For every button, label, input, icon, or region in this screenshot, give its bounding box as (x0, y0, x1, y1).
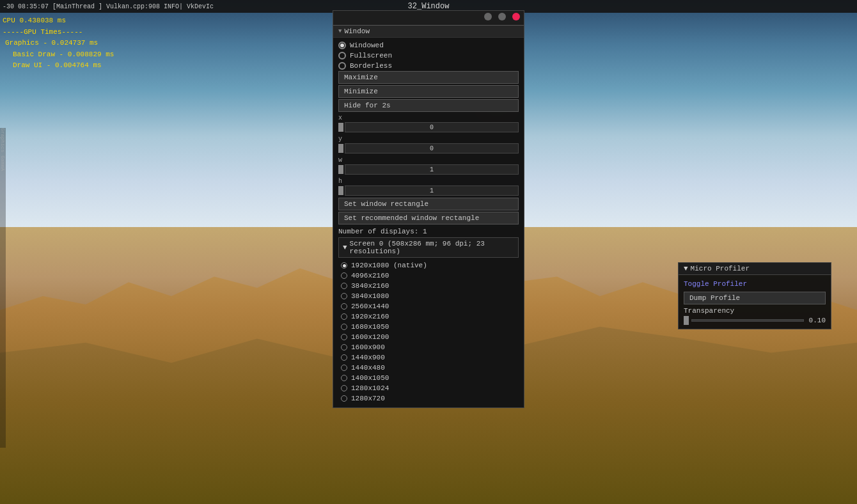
maximize-btn[interactable] (498, 13, 506, 20)
w-control: 1 (338, 164, 519, 175)
res-item-3[interactable]: 3840x1080 (338, 291, 519, 301)
minimize-button[interactable]: Minimize (338, 85, 519, 98)
res-radio-10[interactable] (341, 365, 347, 371)
res-label-12: 1280x1024 (351, 384, 389, 392)
profiler-body: Toggle Profiler Dump Profile Transparenc… (679, 275, 831, 329)
micro-profiler-panel: ▼ Micro Profiler Toggle Profiler Dump Pr… (678, 262, 831, 329)
w-value[interactable]: 1 (345, 164, 519, 175)
res-radio-0[interactable] (341, 262, 347, 269)
borderless-radio[interactable] (338, 62, 346, 70)
sidebar-text: Graphics GammA (0, 128, 6, 448)
res-item-10[interactable]: 1440x480 (338, 363, 519, 373)
w-slider-handle[interactable] (338, 165, 343, 174)
draw-ui-time: Draw UI - 0.004764 ms (3, 60, 138, 72)
res-radio-11[interactable] (341, 375, 347, 381)
screen-dropdown-arrow: ▼ (343, 244, 347, 251)
fullscreen-radio-row[interactable]: Fullscreen (338, 51, 519, 61)
res-label-13: 1280x720 (351, 395, 385, 402)
borderless-label: Borderless (350, 62, 392, 70)
res-radio-9[interactable] (341, 354, 347, 361)
res-radio-6[interactable] (341, 324, 347, 330)
res-radio-4[interactable] (341, 303, 347, 310)
x-value[interactable]: 0 (345, 122, 519, 132)
res-radio-5[interactable] (341, 313, 347, 320)
x-label: x (338, 113, 519, 122)
h-slider-handle[interactable] (338, 186, 343, 195)
h-value[interactable]: 1 (345, 185, 519, 196)
res-label-11: 1400x1050 (351, 374, 389, 382)
y-label: y (338, 134, 519, 143)
hide-button[interactable]: Hide for 2s (338, 99, 519, 112)
res-item-1[interactable]: 4096x2160 (338, 271, 519, 281)
resolution-list: 1920x1080 (native) 4096x2160 3840x2160 3… (338, 259, 519, 405)
resolution-scroll-area[interactable]: 1920x1080 (native) 4096x2160 3840x2160 3… (338, 259, 519, 405)
res-item-4[interactable]: 2560x1440 (338, 301, 519, 311)
close-btn[interactable] (512, 13, 520, 20)
gpu-header: -----GPU Times----- (3, 27, 138, 38)
y-slider-handle[interactable] (338, 144, 343, 153)
res-item-9[interactable]: 1440x900 (338, 352, 519, 363)
profiler-arrow: ▼ (684, 265, 688, 272)
toggle-profiler-link[interactable]: Toggle Profiler (684, 279, 826, 289)
res-item-0[interactable]: 1920x1080 (native) (338, 260, 519, 271)
res-label-1: 4096x2160 (351, 272, 389, 280)
window-controls (482, 13, 520, 23)
window-arrow: ▼ (338, 28, 342, 35)
screen-dropdown-label: Screen 0 (508x286 mm; 96 dpi; 23 resolut… (350, 240, 514, 255)
windowed-label: Windowed (350, 42, 384, 49)
x-slider-handle[interactable] (338, 123, 343, 132)
h-label: h (338, 177, 519, 185)
set-window-rect-button[interactable]: Set window rectangle (338, 198, 519, 210)
set-recommended-rect-button[interactable]: Set recommended window rectangle (338, 212, 519, 224)
windowed-radio[interactable] (338, 42, 346, 49)
window-section-title: Window (344, 28, 370, 35)
fullscreen-radio[interactable] (338, 52, 346, 59)
displays-info: Number of displays: 1 (338, 226, 519, 237)
graphics-time: Graphics - 0.024737 ms (3, 38, 138, 49)
res-label-6: 1680x1050 (351, 323, 389, 331)
res-radio-13[interactable] (341, 395, 347, 402)
borderless-radio-row[interactable]: Borderless (338, 61, 519, 71)
window-title: 32_Window (408, 2, 450, 11)
screen-dropdown[interactable]: ▼ Screen 0 (508x286 mm; 96 dpi; 23 resol… (338, 237, 519, 258)
res-item-11[interactable]: 1400x1050 (338, 373, 519, 383)
res-radio-3[interactable] (341, 293, 347, 299)
main-window-titlebar (333, 11, 524, 26)
res-label-8: 1600x900 (351, 343, 385, 351)
top-bar-text: -30 08:35:07 [MainThread ] Vulkan.cpp:90… (3, 3, 214, 10)
main-window-body: ▼ Window Windowed Fullscreen Borderless … (333, 26, 524, 407)
basic-draw-time: Basic Draw - 0.008829 ms (3, 49, 138, 61)
res-item-5[interactable]: 1920x2160 (338, 311, 519, 322)
maximize-button[interactable]: Maximize (338, 71, 519, 84)
res-radio-2[interactable] (341, 283, 347, 289)
res-label-7: 1600x1200 (351, 333, 389, 341)
res-item-7[interactable]: 1600x1200 (338, 332, 519, 342)
res-label-9: 1440x900 (351, 354, 385, 361)
profiler-header[interactable]: ▼ Micro Profiler (679, 263, 831, 275)
w-label: w (338, 155, 519, 164)
profiler-title: Micro Profiler (691, 265, 750, 272)
res-item-6[interactable]: 1680x1050 (338, 322, 519, 332)
res-radio-8[interactable] (341, 344, 347, 350)
window-section-header[interactable]: ▼ Window (333, 26, 524, 38)
cpu-text: CPU 0.438038 ms (3, 15, 138, 27)
windowed-radio-row[interactable]: Windowed (338, 40, 519, 51)
transparency-handle[interactable] (684, 316, 689, 325)
res-item-8[interactable]: 1600x900 (338, 342, 519, 352)
debug-overlay: CPU 0.438038 ms -----GPU Times----- Grap… (0, 13, 141, 74)
dump-profile-button[interactable]: Dump Profile (684, 292, 826, 304)
res-radio-12[interactable] (341, 385, 347, 391)
y-control: 0 (338, 143, 519, 154)
minimize-btn[interactable] (484, 13, 492, 20)
transparency-track[interactable] (691, 319, 804, 322)
res-item-12[interactable]: 1280x1024 (338, 383, 519, 393)
y-value[interactable]: 0 (345, 143, 519, 154)
res-item-13[interactable]: 1280x720 (338, 393, 519, 404)
left-sidebar: Graphics GammA (0, 128, 9, 448)
res-radio-1[interactable] (341, 272, 347, 279)
res-label-2: 3840x2160 (351, 282, 389, 290)
window-panel-content: Windowed Fullscreen Borderless Maximize … (333, 38, 524, 407)
res-item-2[interactable]: 3840x2160 (338, 281, 519, 291)
res-label-4: 2560x1440 (351, 303, 389, 310)
res-radio-7[interactable] (341, 334, 347, 340)
